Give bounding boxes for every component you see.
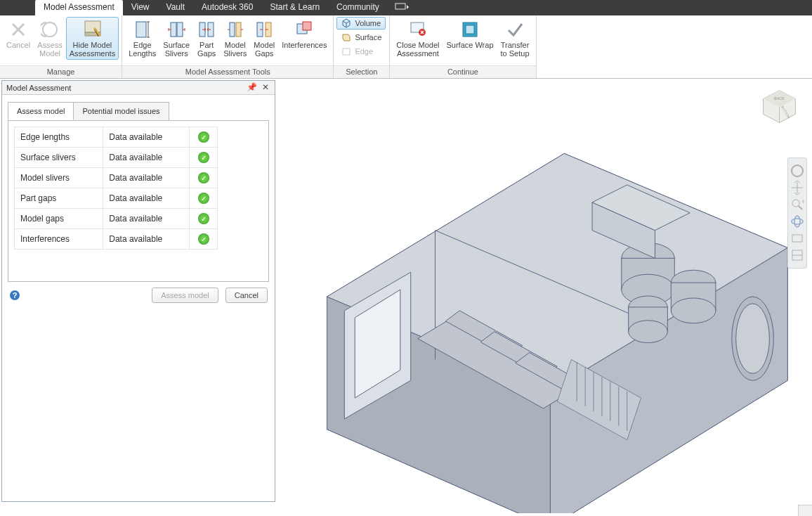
model-gaps-label: Model Gaps <box>254 41 275 58</box>
check-icon: ✓ <box>198 131 209 143</box>
menu-overflow-icon[interactable] <box>388 0 416 15</box>
tab-potential-issues[interactable]: Potential model issues <box>73 102 169 120</box>
resize-grip[interactable] <box>798 505 812 516</box>
panel-close-icon[interactable]: ✕ <box>261 83 270 93</box>
svg-rect-1 <box>85 21 100 32</box>
pan-icon[interactable] <box>790 180 805 195</box>
row-check: ✓ <box>190 168 218 188</box>
navigation-bar: + <box>787 157 807 269</box>
assess-icon <box>40 20 60 39</box>
menu-tab-start-learn[interactable]: Start & Learn <box>261 0 328 15</box>
model-slivers-button[interactable]: Model Slivers <box>220 17 250 60</box>
interferences-label: Interferences <box>282 41 327 49</box>
ribbon-group-title: Selection <box>334 65 389 78</box>
viewport[interactable]: BACK BOTTOM + <box>277 80 809 513</box>
cancel-button[interactable]: Cancel <box>3 17 34 51</box>
svg-rect-0 <box>395 4 405 9</box>
svg-rect-21 <box>466 25 474 34</box>
svg-rect-8 <box>177 22 183 37</box>
svg-rect-12 <box>236 22 241 37</box>
edge-lengths-icon <box>133 20 152 39</box>
hide-model-assessments-button[interactable]: Hide Model Assessments <box>66 17 119 60</box>
ribbon-group-selection: Volume Surface Edge Selection <box>334 15 390 78</box>
assess-label: Assess Model <box>37 41 62 58</box>
look-at-icon[interactable] <box>790 231 805 246</box>
assess-model-button[interactable]: Assess Model <box>34 17 65 60</box>
row-status: Data available <box>103 127 190 148</box>
row-check: ✓ <box>190 127 218 148</box>
menu-bar: Model Assessment View Vault Autodesk 360… <box>0 0 812 15</box>
check-icon: ✓ <box>198 152 209 163</box>
svg-text:?: ? <box>13 291 18 299</box>
surface-wrap-label: Surface Wrap <box>446 41 493 49</box>
surface-wrap-button[interactable]: Surface Wrap <box>443 17 497 51</box>
menu-tab-view[interactable]: View <box>123 0 158 15</box>
edge-lengths-label: Edge Lengths <box>129 41 156 58</box>
zoom-icon[interactable]: + <box>790 197 805 212</box>
check-icon: ✓ <box>198 233 209 245</box>
row-name: Model gaps <box>15 209 103 229</box>
close-assessment-label: Close Model Assessment <box>396 41 439 58</box>
row-name: Interferences <box>15 229 103 250</box>
panel-content: Edge lengths Data available ✓Surface sli… <box>8 120 269 282</box>
row-status: Data available <box>103 188 190 209</box>
transfer-to-setup-button[interactable]: Transfer to Setup <box>497 17 533 60</box>
model-gaps-icon <box>254 20 274 39</box>
menu-tab-autodesk360[interactable]: Autodesk 360 <box>193 0 261 15</box>
check-icon: ✓ <box>198 172 209 183</box>
svg-point-67 <box>794 216 800 227</box>
ribbon-group-continue: Close Model Assessment Surface Wrap Tran… <box>390 15 536 78</box>
transfer-icon <box>505 20 525 39</box>
svg-rect-11 <box>230 22 235 37</box>
close-assessment-icon <box>408 20 428 39</box>
table-row: Surface slivers Data available ✓ <box>15 148 218 168</box>
check-icon: ✓ <box>198 193 209 204</box>
surface-slivers-button[interactable]: Surface Slivers <box>159 17 193 60</box>
ribbon-group-title: Model Assessment Tools <box>122 65 333 78</box>
panel-tabs: Assess model Potential model issues <box>8 102 269 120</box>
svg-rect-16 <box>303 22 311 30</box>
close-model-assessment-button[interactable]: Close Model Assessment <box>393 17 443 60</box>
selection-volume[interactable]: Volume <box>336 17 386 30</box>
orbit-icon[interactable] <box>790 214 805 229</box>
svg-text:BACK: BACK <box>774 96 785 101</box>
cancel-panel-button[interactable]: Cancel <box>225 288 268 303</box>
panel-pin-icon[interactable]: 📌 <box>247 83 256 93</box>
edge-lengths-button[interactable]: Edge Lengths <box>125 17 159 60</box>
model-assessment-panel: Model Assessment 📌 ✕ Assess model Potent… <box>1 80 275 502</box>
steering-wheel-icon[interactable] <box>790 163 805 179</box>
row-status: Data available <box>103 148 190 168</box>
menu-tab-community[interactable]: Community <box>328 0 388 15</box>
surface-label: Surface <box>355 33 381 41</box>
model-3d-view <box>277 80 809 513</box>
menu-tab-vault[interactable]: Vault <box>158 0 193 15</box>
part-gaps-button[interactable]: Part Gaps <box>193 17 220 60</box>
surface-slivers-label: Surface Slivers <box>163 41 190 58</box>
assess-model-panel-button[interactable]: Assess model <box>152 288 218 303</box>
svg-point-40 <box>629 321 668 343</box>
ribbon-group-title: Continue <box>390 65 535 78</box>
row-name: Surface slivers <box>15 148 103 168</box>
table-row: Edge lengths Data available ✓ <box>15 127 218 148</box>
menu-tab-model-assessment[interactable]: Model Assessment <box>35 0 123 15</box>
table-row: Model gaps Data available ✓ <box>15 209 218 229</box>
toggle-icon[interactable] <box>790 247 805 263</box>
transfer-label: Transfer to Setup <box>501 41 530 58</box>
interferences-button[interactable]: Interferences <box>278 17 330 51</box>
model-slivers-icon <box>225 20 245 39</box>
model-gaps-button[interactable]: Model Gaps <box>250 17 278 60</box>
svg-point-42 <box>736 304 770 373</box>
svg-text:+: + <box>801 198 805 205</box>
ribbon-group-manage: Cancel Assess Model Hide Model Assessmen… <box>0 15 122 78</box>
selection-surface[interactable]: Surface <box>336 31 386 44</box>
view-cube[interactable]: BACK BOTTOM <box>760 87 799 126</box>
svg-point-37 <box>671 298 716 323</box>
model-slivers-label: Model Slivers <box>223 41 247 58</box>
row-name: Model slivers <box>15 168 103 188</box>
help-icon[interactable]: ? <box>9 290 20 301</box>
tab-assess-model[interactable]: Assess model <box>8 102 74 120</box>
part-gaps-label: Part Gaps <box>197 41 216 58</box>
svg-line-64 <box>799 206 802 209</box>
hide-label: Hide Model Assessments <box>70 41 115 58</box>
ribbon-group-title: Manage <box>0 65 122 78</box>
